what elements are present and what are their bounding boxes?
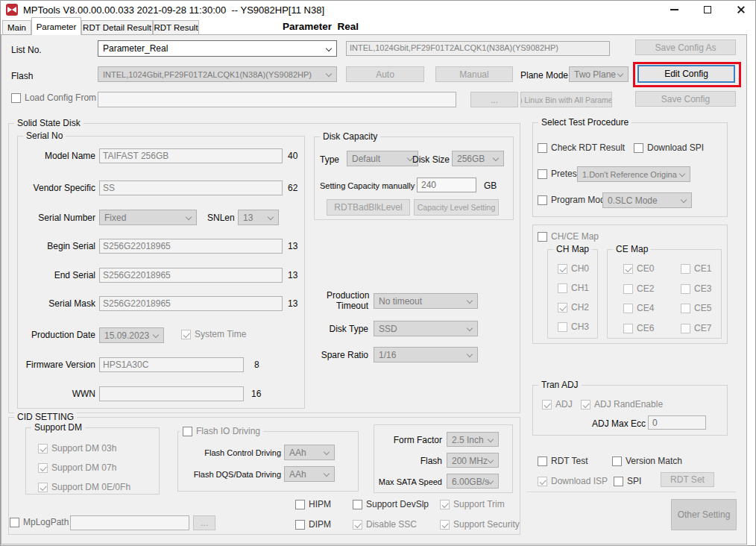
mptools-window: MPTools V8.00.00.00.033 2021-09-28 11:30… [0,0,756,546]
version-match-checkbox[interactable]: Version Match [612,456,682,466]
checkbox-box [538,143,547,153]
checkbox-box [295,500,305,509]
checkbox-box [440,500,450,509]
maximize-button[interactable] [696,1,719,19]
mplogpath-checkbox[interactable]: MpLogPath [10,518,69,527]
ce2-checkbox: CE2 [623,284,654,294]
checkbox-box [353,500,362,509]
snlen-label: SNLen [207,213,235,223]
chevron-down-icon [488,436,494,442]
max-sata-speed-value: 6.00GB/s [452,477,489,487]
rdt-test-checkbox[interactable]: RDT Test [538,456,588,466]
max-sata-speed-label: Max SATA Speed [377,477,442,486]
tab-rdt-detail-result[interactable]: RDT Detail Result [81,20,153,34]
support-devslp-checkbox[interactable]: Support DevSlp [353,500,429,509]
ch1-checkbox: CH1 [558,283,589,293]
chevron-down-icon [681,197,687,203]
flash-frequency-value: 200 MHz [452,456,488,466]
end-serial-field: S256G22018965 [99,268,283,283]
cid-setting-caption: CID SETTING [14,412,77,422]
capacity-type-label: Type [320,154,339,165]
serial-mask-label: Serial Mask [11,298,95,309]
download-spi-checkbox[interactable]: Download SPI [634,143,704,153]
flash-io-driving-group [177,431,359,492]
close-button[interactable] [729,1,753,19]
auto-button: Auto [346,66,424,82]
spare-ratio-value: 1/16 [379,350,396,360]
minimize-icon [670,9,678,10]
ce5-checkbox: CE5 [681,304,711,313]
capacity-manual-input[interactable]: 240 [417,178,476,192]
flash-dqs-driving-label: Flash DQS/Data Driving [180,470,281,479]
ce0-checkbox: CE0 [623,264,654,274]
begin-serial-length: 13 [288,241,297,251]
production-timeout-label: Production Timeout [327,290,368,311]
checkbox-box [538,169,547,179]
capacity-type-value: Default [352,154,380,164]
production-date-label: Production Date [11,330,95,340]
load-config-from-checkbox[interactable]: Load Config From [11,93,96,103]
form-factor-value: 2.5 Inch [452,435,484,445]
divider [526,492,736,492]
other-setting-button: Other Setting [671,499,737,530]
flash-frequency-select: 200 MHz [447,453,499,468]
rdt-set-button: RDT Set [661,472,714,487]
model-name-length: 40 [288,151,297,161]
flash-info-field: INTEL,1024Gbit,PF29F01T2ALCQK1(N38A)(YS9… [346,41,610,56]
serial-number-label: Serial Number [11,213,95,223]
download-isp-checkbox: Download ISP [538,477,608,486]
spi-checkbox[interactable]: SPI [614,477,641,486]
checkbox-box [623,264,633,274]
wwn-length: 16 [251,389,261,399]
checkbox-box [634,143,643,153]
capacity-type-select: Default [347,151,418,166]
chevron-down-icon [467,351,473,357]
checkbox-box [558,283,567,293]
close-icon [737,5,746,14]
adj-max-ecc-label: ADJ Max Ecc [592,418,646,429]
wwn-label: WWN [11,389,95,399]
disable-ssc-checkbox: Disable SSC [353,520,417,530]
disk-size-select: 256GB [452,151,504,166]
ce-map-caption: CE Map [613,244,651,254]
tab-parameter[interactable]: Parameter [31,17,81,35]
chevron-down-icon [617,71,623,77]
dipm-checkbox[interactable]: DIPM [295,520,331,530]
chevron-down-icon [186,214,192,220]
page-title: Parameter Real [283,21,359,32]
ch-ce-map-checkbox[interactable]: CH/CE Map [538,232,599,242]
check-rdt-result-checkbox[interactable]: Check RDT Result [538,143,625,153]
pretest-checkbox[interactable]: Pretest [538,169,579,179]
adj-max-ecc-input: 0 [648,415,706,430]
checkbox-box [440,520,450,530]
ce4-checkbox: CE4 [623,304,654,313]
checkbox-box [681,304,690,313]
ce3-checkbox: CE3 [681,284,711,294]
checkbox-box [353,520,362,530]
serial-number-select: Fixed [99,210,197,225]
hipm-checkbox[interactable]: HIPM [295,500,331,509]
support-dm-0e0fh-checkbox: Support DM 0E/0Fh [38,483,130,492]
list-no-value: Parameter_Real [103,43,168,54]
vendor-specific-field: SS [99,181,283,195]
disk-type-label: Disk Type [318,324,368,334]
support-security-checkbox: Support Security [440,520,520,530]
window-title: MPTools V8.00.00.00.033 2021-09-28 11:30… [23,4,324,16]
tran-adj-caption: Tran ADJ [538,380,582,390]
rdt-badblklevel-button: RDTBadBlkLevel [327,199,410,216]
production-timeout-value: No timeout [379,296,422,307]
checkbox-box [10,518,19,527]
minimize-button[interactable] [662,1,686,19]
list-no-select[interactable]: Parameter_Real [98,40,337,57]
chevron-down-icon [679,171,685,177]
edit-config-button[interactable]: Edit Config [637,65,735,83]
chevron-down-icon [324,471,330,477]
browse-button: ... [470,92,518,107]
disk-capacity-caption: Disk Capacity [320,131,380,142]
tab-main[interactable]: Main [2,20,31,34]
snlen-select: 13 [238,210,279,225]
flash-io-driving-checkbox[interactable]: Flash IO Driving [180,427,263,436]
program-mode-checkbox[interactable]: Program Mode [538,195,610,205]
flash-control-driving-select: AAh [284,445,335,460]
tab-rdt-result[interactable]: RDT Result [153,20,199,34]
